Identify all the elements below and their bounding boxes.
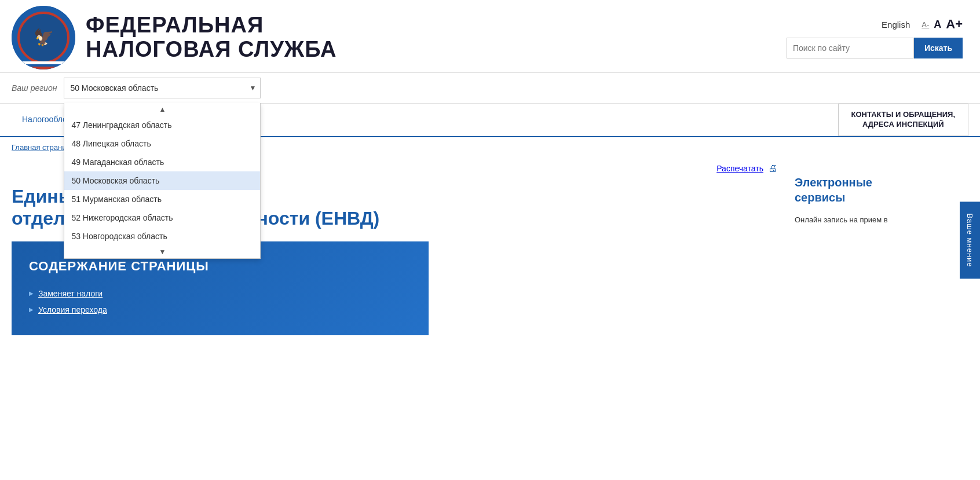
font-increase-button[interactable]: А+ — [946, 17, 963, 32]
scroll-down-button[interactable]: ▼ — [64, 246, 260, 258]
title-line2: НАЛОГОВАЯ СЛУЖБА — [86, 38, 337, 62]
dropdown-item-53[interactable]: 53 Новгородская область — [64, 227, 260, 246]
content-link-1: Заменяет налоги — [29, 285, 411, 302]
dropdown-item-49[interactable]: 49 Магаданская область — [64, 153, 260, 171]
dropdown-item-50[interactable]: 50 Московская область — [64, 171, 260, 190]
sidebar-print-row — [795, 157, 968, 169]
search-button[interactable]: Искать — [914, 38, 963, 58]
header-right: English А- А А+ Искать — [787, 17, 963, 58]
dropdown-item-51[interactable]: 51 Мурманская область — [64, 190, 260, 208]
header: 🦅 ФЕДЕРАЛЬНАЯ НАЛОГОВАЯ СЛУЖБА English А… — [0, 0, 980, 73]
region-row: Ваш регион 50 Московская область ▼ ▲ 47 … — [0, 73, 980, 104]
search-input[interactable] — [787, 38, 914, 58]
search-bar: Искать — [787, 38, 963, 58]
content-box-heading: СОДЕРЖАНИЕ СТРАНИЦЫ — [29, 259, 411, 274]
vertical-feedback-tab[interactable]: Ваше мнение — [960, 201, 980, 279]
region-dropdown: ▲ 47 Ленинградская область 48 Липецкая о… — [64, 103, 261, 259]
font-controls: А- А А+ — [922, 17, 963, 32]
region-selector: 50 Московская область ▼ ▲ 47 Ленинградск… — [64, 78, 261, 98]
contacts-button[interactable]: КОНТАКТЫ И ОБРАЩЕНИЯ,АДРЕСА ИНСПЕКЦИЙ — [838, 104, 968, 136]
sidebar: Электронныесервисы Онлайн запись на прие… — [795, 157, 968, 335]
dropdown-item-47[interactable]: 47 Ленинградская область — [64, 116, 260, 134]
title-line1: ФЕДЕРАЛЬНАЯ — [86, 13, 337, 38]
sidebar-heading: Электронныесервисы — [795, 169, 968, 210]
content-link-transition[interactable]: Условия перехода — [38, 305, 107, 314]
region-select[interactable]: 50 Московская область — [64, 78, 261, 98]
vertical-tab-label: Ваше мнение — [966, 213, 974, 267]
font-normal-button[interactable]: А — [934, 19, 941, 31]
logo: 🦅 — [12, 6, 75, 69]
dropdown-item-48[interactable]: 48 Липецкая область — [64, 134, 260, 153]
sidebar-description: Онлайн запись на прием в — [795, 210, 968, 226]
dropdown-item-52[interactable]: 52 Нижегородская область — [64, 208, 260, 227]
header-left: 🦅 ФЕДЕРАЛЬНАЯ НАЛОГОВАЯ СЛУЖБА — [12, 6, 337, 69]
print-link[interactable]: Распечатать — [716, 164, 763, 173]
top-links: English А- А А+ — [882, 17, 963, 32]
site-title: ФЕДЕРАЛЬНАЯ НАЛОГОВАЯ СЛУЖБА — [86, 13, 337, 62]
scroll-up-button[interactable]: ▲ — [64, 103, 260, 116]
print-icon: 🖨 — [768, 163, 777, 174]
region-label: Ваш регион — [12, 83, 57, 93]
font-decrease-button[interactable]: А- — [922, 20, 929, 29]
content-box-links: Заменяет налоги Условия перехода — [29, 285, 411, 318]
language-link[interactable]: English — [882, 20, 910, 30]
content-link-2: Условия перехода — [29, 302, 411, 318]
content-link-replace-taxes[interactable]: Заменяет налоги — [38, 289, 103, 298]
